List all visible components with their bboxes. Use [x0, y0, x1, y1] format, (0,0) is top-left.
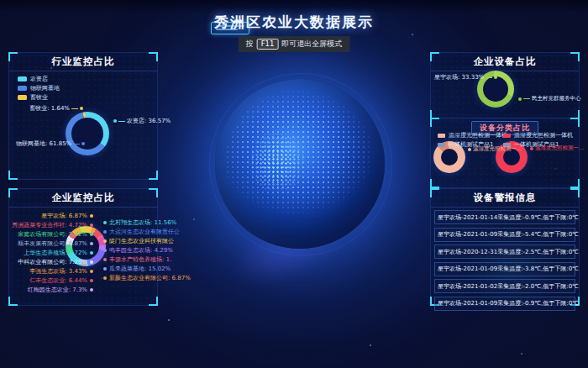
company-share-label: 陡门生态农业科技有限公	[103, 238, 191, 244]
company-share-label: 顺丰发展有限公司: 6.87%	[18, 240, 93, 247]
label-text: 畜牧业	[30, 94, 48, 101]
company-share-label: 红梅园生态农业: 7.3%	[28, 287, 93, 293]
label-text: 新颜生态农业有限公司: 6.87%	[109, 275, 191, 281]
panel-corner	[570, 179, 580, 188]
series-color-swatch	[18, 86, 27, 91]
legend-item[interactable]: 物联网基地	[18, 85, 60, 92]
label-text: 星宇农场-2020-12-31采集温度:-2.5℃,低于下限:0℃	[438, 249, 579, 255]
callout-line	[118, 121, 125, 122]
company-share-label: 瓜果蔬菜基地: 15.02%	[103, 265, 191, 272]
label-text: 温湿度光照检测一体机	[449, 132, 507, 139]
donut-hole	[441, 149, 458, 166]
company-share-label: 北村翔生态农场: 11.56%	[103, 219, 191, 226]
fullscreen-exit-tooltip: 按 F11 即可退出全屏模式	[239, 36, 350, 52]
panel-title: 行业监控占比	[9, 53, 157, 71]
company-share-label: 上华生态养殖场: 1.72%	[24, 250, 93, 256]
company-share-label: 丰源水产特色养殖场: 1.	[103, 256, 191, 263]
series-color-swatch	[18, 95, 27, 100]
tooltip-prefix: 按	[246, 39, 254, 50]
label-text: 红梅园生态农业: 7.3%	[28, 287, 87, 293]
series-color-swatch	[103, 239, 107, 243]
panel-corner	[149, 297, 158, 306]
label-text: 星宇农场-2021-01-02采集温度:-2.0℃,低于下限:0℃	[438, 283, 579, 290]
callout-dot	[113, 119, 117, 123]
label-text: 家庭农场有限公司: 7.72%	[18, 231, 87, 238]
page-title: 秀洲区农业大数据展示	[0, 13, 588, 32]
series-color-swatch	[103, 258, 107, 261]
enterprise-labels-left: 星宇农场: 6.87%秀洲蔬菜专业合作社: 4.72%家庭农场有限公司: 7.7…	[11, 213, 93, 293]
company-share-label: 李强生态农场: 3.43%	[29, 268, 93, 275]
legend-item[interactable]: 畜牧业	[18, 94, 60, 101]
panel-corner	[8, 297, 18, 306]
legend-item[interactable]: 温湿度光照检测一体机	[438, 132, 507, 139]
alarm-row: 星宇农场-2021-01-14采集温度:-0.9℃,低于下限:0℃	[434, 210, 575, 224]
series-color-swatch	[90, 288, 93, 292]
callout-line	[71, 108, 78, 109]
company-share-label: 鸣丰园生态农场: 4.29%	[103, 247, 191, 254]
series-color-swatch	[90, 279, 93, 282]
callout-text: 民主村党群服务中心	[532, 95, 581, 103]
alarm-row: 星宇农场-2021-01-09采集温度:-3.8℃,低于下限:0℃	[434, 262, 575, 276]
globe-highlight-cluster	[242, 124, 312, 201]
industry-donut-chart[interactable]	[66, 112, 109, 155]
company-share-label: 星宇农场: 6.87%	[41, 213, 93, 219]
panel-corner	[8, 171, 18, 180]
series-color-swatch	[438, 143, 445, 147]
series-color-swatch	[90, 260, 93, 264]
legend-item[interactable]: 农资店	[18, 76, 60, 82]
tooltip-suffix: 即可退出全屏模式	[281, 39, 342, 50]
label-text: 仁丰生态农业: 6.44%	[29, 277, 87, 284]
label-text: 秀洲蔬菜专业合作社: 4.72%	[12, 222, 87, 229]
company-share-label: 家庭农场有限公司: 7.72%	[18, 231, 93, 238]
label-text: 丰源水产特色养殖场: 1.	[109, 256, 171, 263]
callout-dot	[81, 142, 85, 145]
series-color-swatch	[90, 242, 93, 245]
company-share-label: 新颜生态农业有限公司: 6.87%	[103, 275, 191, 281]
alarm-list: 星宇农场-2021-01-14采集温度:-0.9℃,低于下限:0℃星宇农场-20…	[434, 210, 575, 313]
label-text: 星宇农场: 6.87%	[41, 213, 87, 219]
callout-livestock: 畜牧业: 1.64%	[24, 104, 83, 113]
callout-text: 温湿度光照检测一...	[535, 145, 584, 152]
series-color-swatch	[90, 270, 93, 273]
legend-item[interactable]: 温湿度光照检测一体机	[503, 132, 573, 139]
label-text: 北村翔生态农场: 11.56%	[109, 219, 176, 226]
globe-visualization	[215, 79, 385, 249]
callout-line	[523, 98, 530, 99]
panel-enterprise-monitor-ratio: 企业监控占比 星宇农场: 6.87%秀洲蔬菜专业合作社: 4.72%家庭农场有限…	[8, 188, 158, 306]
series-color-swatch	[503, 134, 511, 138]
enterprise-labels-right: 北村翔生态农场: 11.56%大运河生态农业有限责任公陡门生态农业科技有限公鸣丰…	[103, 219, 191, 281]
series-color-swatch	[90, 233, 93, 236]
callout-line	[486, 77, 492, 78]
header-band	[0, 0, 588, 13]
callout-dot	[80, 107, 83, 110]
panel-industry-monitor-ratio: 行业监控占比 农资店物联网基地畜牧业 畜牧业: 1.64% 农资店: 36.57…	[8, 52, 158, 180]
label-text: 星宇农场-2021-01-14采集温度:-0.9℃,低于下限:0℃	[438, 214, 579, 221]
label-text: 上华生态养殖场: 1.72%	[24, 250, 87, 256]
series-color-swatch	[103, 221, 107, 224]
panel-corner	[149, 171, 158, 180]
callout-xingyu-farm: 星宇农场: 33.33%	[434, 73, 497, 81]
panel-device-alarm-info: 设备警报信息 星宇农场-2021-01-14采集温度:-0.9℃,低于下限:0℃…	[430, 188, 580, 306]
callout-service-center: 民主村党群服务中心	[518, 95, 581, 103]
label-text: 顺丰发展有限公司: 6.87%	[18, 240, 87, 247]
series-color-swatch	[18, 76, 27, 81]
callout-line	[73, 144, 80, 145]
dashboard-screen: 秀洲区农业大数据展示 按 F11 即可退出全屏模式 行业监控占比 农资店物联网基…	[0, 0, 588, 368]
panel-title: 企业监控占比	[9, 189, 157, 208]
label-text: 星宇农场-2021-01-09采集温度:-5.4℃,低于下限:0℃	[438, 231, 579, 238]
callout-iot-base: 物联网基地: 61.85%	[16, 139, 85, 148]
company-share-label: 仁丰生态农业: 6.44%	[29, 277, 93, 284]
callout-right-device: 温湿度光照检测一...	[530, 145, 584, 152]
series-color-swatch	[90, 251, 93, 255]
callout-text: 畜牧业: 1.64%	[29, 104, 70, 113]
callout-dot	[494, 76, 497, 79]
label-text: 温湿度光照检测一体机	[514, 132, 573, 139]
panel-enterprise-device-ratio: 企业设备占比 星宇农场: 33.33% 民主村党群服务中心	[430, 52, 580, 119]
callout-dot	[518, 97, 522, 101]
alarm-row: 星宇农场-2021-01-09采集温度:-5.4℃,低于下限:0℃	[434, 228, 575, 242]
series-color-swatch	[438, 134, 445, 138]
callout-dot	[530, 147, 533, 150]
series-color-swatch	[103, 267, 107, 271]
company-share-label: 中科农业有限公司: 7.29%	[18, 259, 93, 265]
callout-text: 星宇农场: 33.33%	[434, 73, 484, 81]
